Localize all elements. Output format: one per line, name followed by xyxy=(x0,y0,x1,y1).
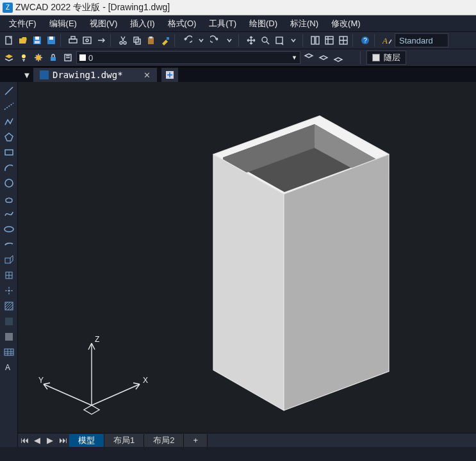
make-block-tool[interactable] xyxy=(2,269,16,282)
layout-next-button[interactable]: ▶ xyxy=(44,434,56,447)
paste-button[interactable] xyxy=(145,34,158,47)
menu-insert[interactable]: 插入(I) xyxy=(124,15,161,32)
layer-lock-button[interactable] xyxy=(47,51,60,64)
svg-rect-6 xyxy=(69,39,77,43)
svg-text:?: ? xyxy=(363,37,367,44)
layer-merge-button[interactable] xyxy=(332,51,345,64)
region-tool[interactable] xyxy=(2,330,16,343)
redo-dropdown[interactable] xyxy=(223,34,236,47)
properties-button[interactable] xyxy=(309,34,322,47)
layout-last-button[interactable]: ⏭ xyxy=(56,434,69,447)
layer-state-button[interactable] xyxy=(302,51,315,64)
menu-dim[interactable]: 标注(N) xyxy=(284,15,325,32)
insert-block-tool[interactable] xyxy=(2,254,16,266)
svg-rect-40 xyxy=(5,333,13,341)
work-area: A xyxy=(0,82,476,447)
design-center-button[interactable] xyxy=(323,34,336,47)
gradient-tool[interactable] xyxy=(2,315,16,328)
textstyle-current: Standard xyxy=(399,36,433,45)
hatch-tool[interactable] xyxy=(2,300,16,312)
layer-current-name: 0 xyxy=(88,53,93,63)
svg-point-36 xyxy=(8,290,10,292)
layer-iso-button[interactable] xyxy=(317,51,330,64)
menu-view[interactable]: 视图(V) xyxy=(83,15,124,32)
window-title: ZWCAD 2022 专业版 - [Drawing1.dwg] xyxy=(15,2,170,13)
new-doc-tab-button[interactable] xyxy=(161,68,178,82)
preview-button[interactable] xyxy=(81,34,94,47)
arc-tool[interactable] xyxy=(2,161,16,174)
polygon-tool[interactable] xyxy=(2,131,16,143)
menu-tools[interactable]: 工具(T) xyxy=(202,15,243,32)
textstyle-button[interactable]: A xyxy=(381,34,393,47)
axis-z-label: Z xyxy=(95,335,99,344)
tool-palettes-button[interactable] xyxy=(337,34,350,47)
svg-point-10 xyxy=(120,42,122,44)
document-tabs: ▼ Drawing1.dwg* ✕ xyxy=(0,67,476,83)
layout-tab-add[interactable]: + xyxy=(184,434,208,447)
new-button[interactable] xyxy=(3,34,15,47)
cut-button[interactable] xyxy=(117,34,129,47)
spline-tool[interactable] xyxy=(2,207,16,220)
layout-first-button[interactable]: ⏮ xyxy=(18,434,31,447)
polyline-tool[interactable] xyxy=(2,115,16,128)
layout-tabs: ⏮ ◀ ▶ ⏭ 模型 布局1 布局2 + xyxy=(18,433,476,447)
svg-point-27 xyxy=(36,55,41,60)
rectangle-tool[interactable] xyxy=(2,146,16,159)
circle-tool[interactable] xyxy=(2,177,16,190)
ellipse-tool[interactable] xyxy=(2,223,16,236)
layer-on-button[interactable] xyxy=(17,51,30,64)
svg-rect-16 xyxy=(167,37,169,40)
matchprops-button[interactable] xyxy=(159,34,172,47)
layout-tab-2[interactable]: 布局2 xyxy=(144,434,184,447)
menu-file[interactable]: 文件(F) xyxy=(3,15,43,32)
copy-button[interactable] xyxy=(131,34,144,47)
menu-draw[interactable]: 绘图(D) xyxy=(243,15,284,32)
svg-rect-28 xyxy=(51,57,56,61)
point-tool[interactable] xyxy=(2,284,16,297)
textstyle-combo[interactable]: Standard xyxy=(395,33,448,47)
layer-freeze-button[interactable] xyxy=(32,51,45,64)
xline-tool[interactable] xyxy=(2,100,16,113)
pan-button[interactable] xyxy=(245,34,258,47)
menu-modify[interactable]: 修改(M) xyxy=(325,15,367,32)
layer-combo[interactable]: 0 ▼ xyxy=(76,51,300,64)
layer-manager-button[interactable] xyxy=(3,51,15,64)
color-bylayer-label: 随层 xyxy=(384,52,400,63)
zoom-realtime-button[interactable] xyxy=(259,34,272,47)
doc-tab-close-button[interactable]: ✕ xyxy=(144,70,151,80)
table-tool[interactable] xyxy=(2,346,16,359)
drawing-canvas[interactable]: Z X Y ⏮ ◀ ▶ ⏭ 模型 布局1 布局2 + xyxy=(18,82,476,447)
saveas-button[interactable] xyxy=(45,34,58,47)
menu-format[interactable]: 格式(O) xyxy=(161,15,203,32)
zoom-extents-button[interactable] xyxy=(287,34,300,47)
menu-edit[interactable]: 编辑(E) xyxy=(43,15,83,32)
publish-button[interactable] xyxy=(95,34,108,47)
svg-point-11 xyxy=(124,42,126,44)
redo-button[interactable] xyxy=(209,34,222,47)
undo-button[interactable] xyxy=(181,34,193,47)
open-button[interactable] xyxy=(17,34,29,47)
layout-tab-1[interactable]: 布局1 xyxy=(104,434,144,447)
color-combo[interactable]: 随层 xyxy=(366,51,406,65)
ucs-icon: Z X Y xyxy=(31,332,152,421)
layer-prev-button[interactable] xyxy=(62,51,74,64)
undo-dropdown[interactable] xyxy=(195,34,208,47)
svg-rect-19 xyxy=(311,36,315,44)
plot-button[interactable] xyxy=(67,34,79,47)
doc-tab[interactable]: Drawing1.dwg* ✕ xyxy=(33,68,158,82)
svg-point-32 xyxy=(5,179,13,187)
mtext-tool[interactable]: A xyxy=(2,361,16,374)
revcloud-tool[interactable] xyxy=(2,192,16,205)
zoom-dropdown[interactable] xyxy=(273,34,286,47)
save-button[interactable] xyxy=(31,34,44,47)
layout-prev-button[interactable]: ◀ xyxy=(31,434,44,447)
layout-tab-model[interactable]: 模型 xyxy=(69,434,104,447)
color-swatch xyxy=(372,54,380,61)
layer-color-swatch xyxy=(79,54,86,61)
svg-rect-15 xyxy=(149,36,152,38)
ellipse-arc-tool[interactable] xyxy=(2,238,16,251)
line-tool[interactable] xyxy=(2,85,16,97)
title-bar: Z ZWCAD 2022 专业版 - [Drawing1.dwg] xyxy=(0,0,476,15)
doctab-menu-button[interactable]: ▼ xyxy=(21,70,33,80)
help-button[interactable]: ? xyxy=(359,34,372,47)
